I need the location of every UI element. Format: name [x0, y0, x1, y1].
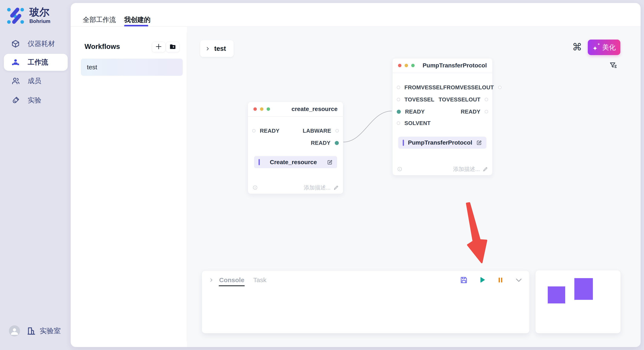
console-header: Console Task	[202, 271, 530, 284]
plus-icon	[155, 43, 162, 51]
beautify-label: 美化	[602, 43, 616, 52]
lab-label: 实验室	[40, 326, 61, 336]
members-icon	[11, 77, 20, 85]
node-action-item[interactable]: Create_resource	[254, 156, 337, 168]
port-label: READY	[461, 108, 480, 115]
pencil-icon[interactable]	[483, 167, 488, 172]
breadcrumb-label: test	[214, 45, 226, 52]
input-port-handle[interactable]	[397, 86, 400, 89]
port-label: SOLVENT	[404, 120, 430, 127]
test-tube-icon	[11, 96, 20, 105]
input-port-handle[interactable]	[397, 121, 400, 125]
input-port-handle-connected[interactable]	[397, 110, 401, 114]
tab-created-by-me[interactable]: 我创建的	[124, 15, 150, 24]
pencil-icon[interactable]	[334, 185, 339, 190]
action-label: PumpTransferProtocol	[404, 139, 476, 146]
console-panel: Console Task	[202, 270, 530, 334]
port-label: TOVESSEL	[404, 96, 434, 103]
logo-subtitle: Bohrium	[30, 18, 50, 24]
node-footer: 添加描述...	[397, 166, 488, 172]
sidebar-item-label: 实验	[28, 96, 41, 105]
info-icon[interactable]	[397, 167, 402, 172]
canvas-breadcrumb[interactable]: test	[200, 40, 234, 57]
description-placeholder[interactable]: 添加描述...	[304, 184, 330, 191]
output-port-handle-connected[interactable]	[335, 141, 339, 145]
minimap-node	[548, 286, 565, 303]
tab-task[interactable]: Task	[253, 276, 266, 284]
port-label: READY	[311, 140, 330, 146]
sidebar-item-label: 成员	[28, 76, 41, 86]
run-icon[interactable]	[478, 276, 486, 284]
users-icon	[11, 58, 20, 67]
lab-switcher[interactable]: 实验室	[26, 326, 61, 336]
minimap-node	[574, 278, 593, 300]
node-header: PumpTransferProtocol	[392, 58, 492, 73]
filter-icon[interactable]	[609, 61, 618, 70]
node-title: PumpTransferProtocol	[422, 62, 487, 69]
output-port-handle[interactable]	[485, 110, 488, 113]
input-port-handle[interactable]	[397, 98, 400, 101]
chevron-right-icon[interactable]	[209, 278, 214, 282]
main-content: 全部工作流 我创建的 Workflows test test ⌘	[71, 3, 640, 347]
pause-icon[interactable]	[496, 276, 505, 284]
sidebar-item-workflow[interactable]: 工作流	[4, 54, 68, 71]
output-port-handle[interactable]	[485, 98, 488, 101]
flow-node-create-resource[interactable]: create_resource READY LABWARE READY Crea…	[248, 102, 343, 194]
action-label: Create_resource	[260, 159, 327, 166]
input-port-handle[interactable]	[252, 129, 256, 133]
port-label: READY	[260, 128, 280, 134]
building-icon	[26, 326, 36, 336]
flow-node-pump-transfer[interactable]: PumpTransferProtocol FROMVESSEL FROMVESS…	[392, 58, 492, 175]
output-port-handle[interactable]	[498, 86, 502, 89]
sidebar-item-members[interactable]: 成员	[0, 74, 71, 88]
sidebar-item-instruments[interactable]: 仪器耗材	[0, 37, 71, 51]
info-icon[interactable]	[252, 185, 258, 190]
user-avatar[interactable]	[9, 325, 20, 336]
import-workflow-button[interactable]	[166, 42, 180, 52]
traffic-dots-icon	[398, 64, 415, 67]
bohrium-logo-icon	[6, 6, 25, 26]
edit-icon[interactable]	[476, 140, 482, 146]
sidebar-item-label: 仪器耗材	[28, 39, 55, 48]
sidebar-footer: 实验室	[9, 325, 61, 336]
port-label: TOVESSELOUT	[439, 96, 480, 103]
sidebar-item-experiments[interactable]: 实验	[0, 93, 71, 107]
command-icon[interactable]: ⌘	[572, 42, 582, 52]
port-label: FROMVESSELOUT	[443, 84, 494, 91]
logo-title: 玻尔	[30, 6, 50, 18]
traffic-dots-icon	[254, 107, 270, 111]
node-header: create_resource	[248, 102, 343, 117]
edit-icon[interactable]	[327, 159, 333, 165]
output-port-handle[interactable]	[336, 129, 339, 133]
box-icon	[11, 39, 20, 48]
sidebar-item-label: 工作流	[28, 58, 48, 67]
node-title: create_resource	[292, 106, 338, 113]
tab-all-workflows[interactable]: 全部工作流	[83, 15, 116, 24]
workflow-list-item[interactable]: test	[81, 59, 183, 76]
port-label: FROMVESSEL	[404, 84, 443, 91]
port-label: READY	[405, 108, 425, 115]
description-placeholder[interactable]: 添加描述...	[453, 166, 480, 173]
bohrium-workflow-app: { "colors": { "page_bg": "#E2E1EE", "acc…	[0, 0, 644, 350]
add-workflow-button[interactable]	[152, 42, 166, 52]
collapse-chevron-down-icon[interactable]	[514, 276, 523, 284]
chevron-right-icon	[205, 46, 210, 51]
save-icon[interactable]	[460, 276, 468, 284]
beautify-button[interactable]: ✦✦ 美化	[588, 39, 620, 55]
folder-download-icon	[169, 43, 176, 51]
sidebar: 玻尔 Bohrium 仪器耗材 工作流	[0, 0, 71, 350]
tab-console[interactable]: Console	[219, 276, 244, 284]
workflows-panel-title: Workflows	[84, 42, 120, 51]
node-action-item[interactable]: PumpTransferProtocol	[398, 137, 486, 149]
logo: 玻尔 Bohrium	[6, 6, 50, 26]
sparkles-icon: ✦✦	[592, 44, 600, 51]
port-label: LABWARE	[302, 128, 331, 134]
node-footer: 添加描述...	[252, 184, 339, 191]
minimap[interactable]	[535, 270, 621, 334]
